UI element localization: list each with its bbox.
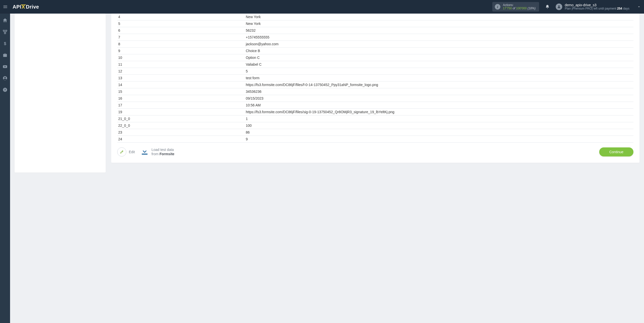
row-value: 5 bbox=[245, 68, 633, 75]
row-value: test form bbox=[245, 75, 633, 82]
load-text: Load test data from Formsite bbox=[151, 148, 174, 156]
hamburger-icon bbox=[3, 4, 8, 9]
row-value: 10:56 AM bbox=[245, 102, 633, 109]
table-row: 14https://fs3.formsite.com/DC86jF/files/… bbox=[117, 82, 633, 88]
table-row: 11Valiabel C bbox=[117, 61, 633, 68]
row-value: 9 bbox=[245, 136, 633, 143]
connections-icon[interactable] bbox=[2, 29, 8, 35]
row-value: New York bbox=[245, 20, 633, 27]
load-test-data-button[interactable]: Load test data from Formsite bbox=[140, 147, 174, 157]
youtube-icon[interactable] bbox=[2, 64, 8, 69]
avatar bbox=[556, 4, 562, 10]
row-value: Option C bbox=[245, 54, 633, 61]
row-value: +15745555555 bbox=[245, 34, 633, 41]
actions-values: 17'750 of 100'000 (18%) bbox=[503, 7, 536, 10]
svg-text:?: ? bbox=[4, 88, 6, 92]
username: demo_apix-drive_s3 bbox=[565, 3, 629, 7]
download-icon bbox=[140, 147, 149, 157]
plan-line: Plan |Premium PRO| left until payment 25… bbox=[565, 7, 629, 11]
body: $ ? 4New York5New York6562327+1574555555… bbox=[0, 14, 644, 323]
actions-counter[interactable]: i Actions: 17'750 of 100'000 (18%) bbox=[492, 2, 539, 12]
table-row: 13test form bbox=[117, 75, 633, 82]
row-key: 4 bbox=[117, 14, 245, 20]
table-row: 1534536236 bbox=[117, 88, 633, 95]
row-value: 100 bbox=[245, 122, 633, 129]
row-key: 15 bbox=[117, 88, 245, 95]
logo-api: API bbox=[13, 4, 21, 10]
panel-footer: Edit Load test data from Formsite Contin… bbox=[117, 147, 633, 157]
user-text: demo_apix-drive_s3 Plan |Premium PRO| le… bbox=[565, 3, 629, 11]
table-row: 8jackson@yahoo.com bbox=[117, 41, 633, 48]
continue-button[interactable]: Continue bbox=[599, 147, 633, 156]
logo[interactable]: API X Drive bbox=[13, 4, 39, 10]
row-key: 14 bbox=[117, 82, 245, 88]
data-table: 4New York5New York6562327+157455555558ja… bbox=[117, 14, 633, 143]
row-value: 34536236 bbox=[245, 88, 633, 95]
table-row: 22_0_0100 bbox=[117, 122, 633, 129]
row-value: 1 bbox=[245, 115, 633, 122]
info-icon: i bbox=[495, 4, 500, 10]
briefcase-icon[interactable] bbox=[2, 52, 8, 58]
row-key: 16 bbox=[117, 95, 245, 102]
table-row: 1710:56 AM bbox=[117, 102, 633, 109]
table-row: 5New York bbox=[117, 20, 633, 27]
dollar-icon[interactable]: $ bbox=[2, 41, 8, 46]
table-row: 656232 bbox=[117, 27, 633, 34]
actions-text: Actions: 17'750 of 100'000 (18%) bbox=[503, 4, 536, 10]
row-value: 86 bbox=[245, 129, 633, 136]
row-key: 5 bbox=[117, 20, 245, 27]
logo-x: X bbox=[21, 4, 25, 10]
sidebar: $ ? bbox=[0, 14, 10, 323]
help-icon[interactable]: ? bbox=[2, 87, 8, 93]
row-key: 7 bbox=[117, 34, 245, 41]
svg-text:$: $ bbox=[4, 41, 6, 46]
row-value: Valiabel C bbox=[245, 61, 633, 68]
hamburger-button[interactable] bbox=[2, 3, 9, 11]
table-row: 9Choice B bbox=[117, 48, 633, 54]
panels: 4New York5New York6562327+157455555558ja… bbox=[15, 14, 639, 173]
row-value: New York bbox=[245, 14, 633, 20]
bell-icon[interactable] bbox=[545, 5, 550, 9]
user-profile-icon[interactable] bbox=[2, 75, 8, 81]
row-value: Choice B bbox=[245, 48, 633, 54]
table-row: 21_0_01 bbox=[117, 115, 633, 122]
table-row: 19https://fs3.formsite.com/DC86jF/files/… bbox=[117, 109, 633, 115]
row-key: 10 bbox=[117, 54, 245, 61]
row-key: 11 bbox=[117, 61, 245, 68]
chevron-down-icon[interactable] bbox=[637, 5, 641, 9]
user-menu[interactable]: demo_apix-drive_s3 Plan |Premium PRO| le… bbox=[556, 3, 641, 11]
topbar: API X Drive i Actions: 17'750 of 100'000… bbox=[0, 0, 644, 14]
row-key: 21_0_0 bbox=[117, 115, 245, 122]
row-key: 23 bbox=[117, 129, 245, 136]
row-key: 22_0_0 bbox=[117, 122, 245, 129]
table-row: 249 bbox=[117, 136, 633, 143]
row-key: 13 bbox=[117, 75, 245, 82]
logo-drive: Drive bbox=[26, 4, 39, 10]
table-row: 4New York bbox=[117, 14, 633, 20]
edit-label: Edit bbox=[129, 150, 135, 154]
row-key: 6 bbox=[117, 27, 245, 34]
row-value: 56232 bbox=[245, 27, 633, 34]
table-row: 10Option C bbox=[117, 54, 633, 61]
table-row: 125 bbox=[117, 68, 633, 75]
row-value: https://fs3.formsite.com/DC86jF/files/si… bbox=[245, 109, 633, 115]
row-key: 24 bbox=[117, 136, 245, 143]
row-key: 8 bbox=[117, 41, 245, 48]
left-panel bbox=[15, 14, 106, 173]
home-icon[interactable] bbox=[2, 18, 8, 23]
row-key: 12 bbox=[117, 68, 245, 75]
edit-circle bbox=[117, 147, 126, 156]
row-value: jackson@yahoo.com bbox=[245, 41, 633, 48]
content: 4New York5New York6562327+157455555558ja… bbox=[10, 14, 644, 323]
row-value: https://fs3.formsite.com/DC86jF/files/f-… bbox=[245, 82, 633, 88]
table-row: 2386 bbox=[117, 129, 633, 136]
row-key: 9 bbox=[117, 48, 245, 54]
row-value: 09/15/2023 bbox=[245, 95, 633, 102]
table-row: 1609/15/2023 bbox=[117, 95, 633, 102]
row-key: 17 bbox=[117, 102, 245, 109]
right-panel: 4New York5New York6562327+157455555558ja… bbox=[111, 14, 639, 163]
pencil-icon bbox=[120, 150, 124, 154]
edit-button[interactable]: Edit bbox=[117, 147, 135, 156]
row-key: 19 bbox=[117, 109, 245, 115]
table-row: 7+15745555555 bbox=[117, 34, 633, 41]
